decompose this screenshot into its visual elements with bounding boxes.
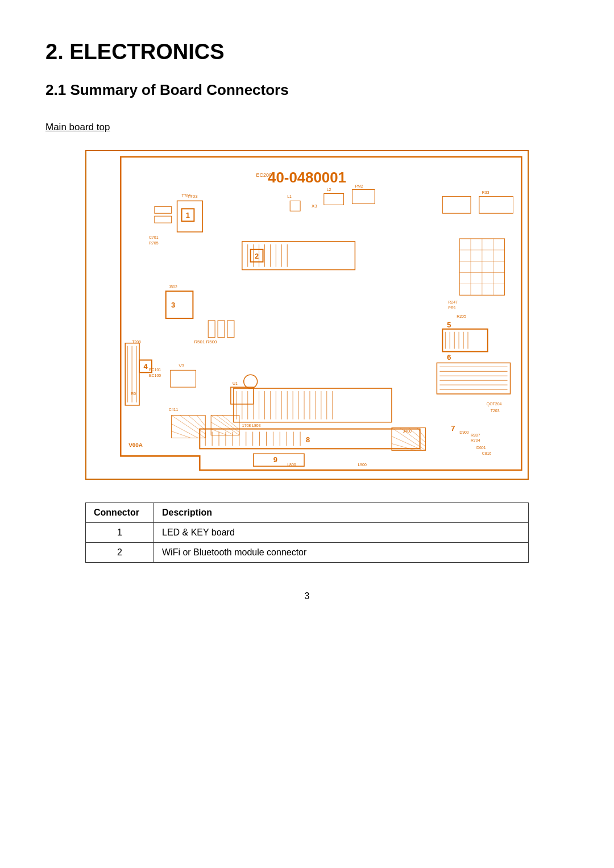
- svg-line-123: [211, 416, 239, 435]
- svg-text:T703: T703: [182, 194, 191, 198]
- svg-rect-5: [155, 216, 172, 223]
- svg-text:V3: V3: [179, 363, 185, 368]
- section-title: 2.1 Summary of Board Connectors: [45, 81, 569, 99]
- svg-text:40-0480001: 40-0480001: [268, 169, 346, 185]
- svg-rect-137: [227, 321, 234, 338]
- svg-text:PR1: PR1: [448, 306, 456, 310]
- svg-text:C411: C411: [169, 408, 179, 412]
- svg-text:R33: R33: [482, 190, 489, 194]
- svg-rect-69: [254, 454, 304, 466]
- svg-text:T208: T208: [132, 340, 141, 344]
- svg-text:1: 1: [186, 211, 190, 219]
- svg-rect-4: [155, 206, 172, 213]
- connector-description: WiFi or Bluetooth module connector: [154, 543, 529, 563]
- svg-text:J400: J400: [403, 429, 412, 433]
- svg-text:5: 5: [447, 321, 451, 329]
- svg-text:R247: R247: [448, 300, 458, 304]
- svg-rect-136: [218, 321, 225, 338]
- board-diagram: 40-0480001 EC200 T703 1 2 L2 PM2: [85, 150, 529, 480]
- svg-text:R705: R705: [149, 241, 159, 245]
- svg-text:D900: D900: [459, 430, 469, 434]
- svg-text:EC101: EC101: [149, 368, 161, 372]
- svg-text:C701: C701: [149, 235, 159, 239]
- svg-text:T203: T203: [491, 409, 500, 413]
- svg-rect-147: [171, 370, 196, 387]
- table-header-connector: Connector: [86, 503, 154, 523]
- svg-text:3: 3: [171, 301, 175, 309]
- svg-text:EC100: EC100: [149, 373, 161, 377]
- svg-text:L900: L900: [358, 463, 367, 467]
- svg-line-124: [217, 416, 239, 433]
- svg-text:L800: L800: [287, 463, 296, 467]
- svg-text:EC200: EC200: [256, 172, 272, 178]
- svg-text:V00A: V00A: [128, 442, 143, 448]
- connector-number: 1: [86, 523, 154, 543]
- svg-line-132: [417, 428, 426, 439]
- svg-text:R205: R205: [457, 314, 466, 318]
- svg-rect-19: [324, 193, 344, 205]
- svg-text:R807: R807: [471, 433, 480, 437]
- svg-line-134: [392, 443, 416, 450]
- svg-text:C816: C816: [482, 451, 492, 455]
- table-header-description: Description: [154, 503, 529, 523]
- svg-rect-35: [442, 329, 487, 352]
- connector-number: 2: [86, 543, 154, 563]
- svg-text:8: 8: [306, 435, 310, 444]
- svg-text:7: 7: [451, 424, 455, 433]
- svg-text:U1: U1: [233, 381, 238, 385]
- main-board-label: Main board top: [45, 122, 110, 133]
- page-number: 3: [45, 591, 569, 601]
- svg-rect-23: [442, 196, 471, 213]
- svg-line-121: [172, 431, 191, 438]
- svg-text:PM2: PM2: [355, 184, 363, 188]
- svg-text:D601: D601: [476, 446, 486, 450]
- svg-text:QOT204: QOT204: [487, 402, 502, 406]
- svg-text:R501  R500: R501 R500: [194, 339, 217, 344]
- table-row: 2WiFi or Bluetooth module connector: [86, 543, 529, 563]
- svg-text:1708  L803: 1708 L803: [242, 423, 261, 427]
- connector-table: Connector Description 1LED & KEY board2W…: [85, 502, 529, 563]
- svg-rect-138: [290, 201, 300, 211]
- svg-rect-24: [479, 196, 513, 213]
- table-row: 1LED & KEY board: [86, 523, 529, 543]
- svg-rect-26: [166, 291, 193, 318]
- svg-rect-87: [234, 388, 392, 422]
- svg-text:R704: R704: [471, 438, 480, 442]
- svg-text:L2: L2: [327, 188, 331, 192]
- svg-text:9: 9: [273, 455, 277, 464]
- svg-text:J502: J502: [169, 285, 177, 289]
- chapter-title: 2. ELECTRONICS: [45, 40, 569, 64]
- svg-line-119: [197, 416, 205, 426]
- svg-text:4: 4: [143, 362, 148, 371]
- svg-line-117: [180, 416, 206, 434]
- svg-rect-135: [208, 321, 215, 338]
- svg-text:6: 6: [447, 353, 451, 362]
- svg-text:L1: L1: [287, 194, 292, 198]
- svg-text:2: 2: [255, 252, 259, 260]
- connector-description: LED & KEY board: [154, 523, 529, 543]
- svg-text:X3: X3: [312, 203, 317, 209]
- svg-rect-21: [352, 190, 375, 204]
- svg-point-114: [244, 375, 258, 388]
- svg-text:R0: R0: [131, 392, 136, 396]
